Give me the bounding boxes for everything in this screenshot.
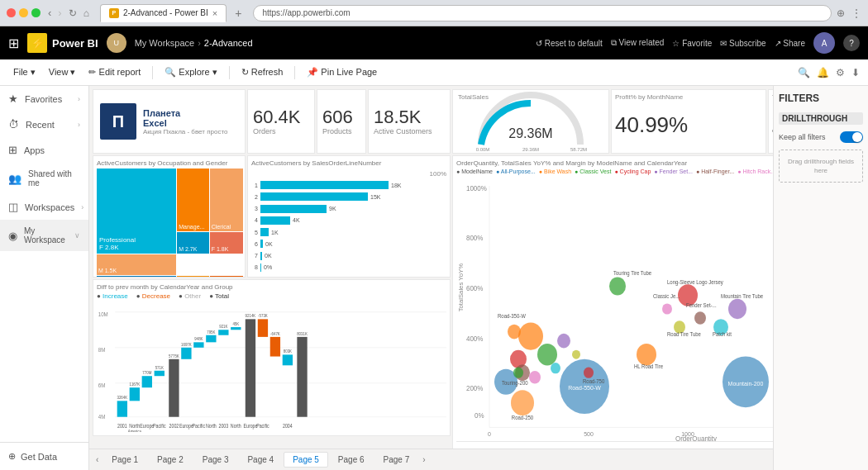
svg-rect-91 (246, 319, 255, 416)
forward-btn[interactable]: › (55, 7, 64, 19)
bar-row-7: 7 0K (251, 252, 446, 260)
sidebar-item-recent[interactable]: ⏱ Recent › (0, 112, 88, 137)
svg-text:Fender Set-...: Fender Set-... (686, 302, 717, 308)
myworkspace-icon: ◉ (8, 230, 17, 242)
extensions-btn[interactable]: ⊕ (837, 7, 845, 19)
recent-arrow: › (78, 121, 80, 129)
download-btn[interactable]: ⬇ (851, 67, 860, 78)
dashboard-grid: П Планета Excel Акция Пхакла - бвет прос… (89, 86, 773, 449)
sidebar-item-myworkspace[interactable]: ◉ My Workspace ∨ (0, 220, 88, 251)
tm-f14: F 1.4K (210, 276, 243, 278)
next-page-btn[interactable]: › (419, 455, 428, 464)
active-tab[interactable]: P 2-Advanced - Power BI × (100, 4, 227, 22)
myworkspace-arrow: ∨ (74, 231, 80, 240)
svg-text:571K: 571K (155, 365, 165, 369)
search-btn[interactable]: 🔍 (798, 67, 810, 78)
get-data-icon: ⊕ (8, 451, 16, 462)
browser-actions: ⊕ ⋮ (837, 7, 861, 19)
svg-text:948K: 948K (194, 337, 203, 341)
drillthrough-title: DRILLTHROUGH (779, 112, 863, 125)
view-related-btn[interactable]: ⧉ View related (611, 38, 665, 48)
svg-text:Long-Sleeve Logo Jersey: Long-Sleeve Logo Jersey (667, 279, 724, 286)
menu-refresh[interactable]: ↻ Refresh (236, 65, 289, 79)
user-avatar[interactable]: A (813, 32, 835, 54)
user-workspace-avatar[interactable]: U (107, 33, 126, 53)
svg-rect-99 (297, 337, 307, 417)
notifications-btn[interactable]: 🔔 (817, 67, 829, 78)
menu-edit-report[interactable]: ✏ Edit report (83, 65, 145, 79)
menu-explore[interactable]: 🔍 Explore ▾ (160, 65, 222, 79)
profit-card: Profit% by MonthName 40.99% (611, 89, 766, 154)
share-btn[interactable]: ↗ Share (775, 39, 805, 48)
help-btn[interactable]: ? (843, 35, 860, 51)
sidebar-item-shared[interactable]: 👥 Shared with me (0, 163, 88, 194)
tab-page6[interactable]: Page 6 (329, 452, 374, 468)
reset-default-btn[interactable]: ↺ Reset to default (536, 39, 603, 48)
svg-text:8M: 8M (98, 347, 106, 354)
home-btn[interactable]: ⌂ (81, 7, 92, 19)
scatter-legend: ● ModelName ● All-Purpose... ● Bike Wash… (456, 169, 773, 175)
workspaces-arrow: › (81, 203, 83, 211)
subscribe-btn[interactable]: ✉ Subscribe (720, 39, 765, 48)
svg-text:58.72M: 58.72M (570, 147, 587, 152)
drillthrough-section: DRILLTHROUGH Keep all filters Drag drill… (779, 112, 863, 183)
menu-file[interactable]: File ▾ (8, 65, 41, 79)
main-area: ★ Favorites › ⏱ Recent › ⊞ Apps 👥 Shared… (0, 86, 868, 470)
products-card: 606 Products (317, 89, 366, 154)
breadcrumb-workspace[interactable]: My Workspace (135, 38, 195, 48)
reload-btn[interactable]: ↻ (66, 7, 79, 19)
menu-view[interactable]: View ▾ (44, 65, 81, 79)
page-tabs-bar: ‹ Page 1 Page 2 Page 3 Page 4 Page 5 Pag… (89, 449, 773, 470)
sales-goal-title: TotalSales and SalesGoal by M... (772, 93, 773, 101)
svg-text:2004: 2004 (283, 423, 293, 429)
svg-point-25 (508, 325, 521, 339)
menu-pin-live[interactable]: 📌 Pin Live Page (302, 65, 382, 79)
sidebar-item-apps[interactable]: ⊞ Apps (0, 137, 88, 163)
tm-clerical: Clerical (210, 169, 243, 231)
sidebar-item-favorites[interactable]: ★ Favorites › (0, 86, 88, 112)
bar-chart-rows: 1 18K 2 15K 3 (251, 179, 446, 273)
tab-page5[interactable]: Page 5 (284, 452, 328, 468)
svg-point-33 (694, 311, 706, 324)
bar-row-5: 5 1K (251, 228, 446, 236)
tm-f18: F 1.8K (210, 232, 243, 253)
bar-row-1: 1 18K (251, 181, 446, 189)
tab-page1[interactable]: Page 1 (103, 452, 147, 468)
bar-row-2: 2 15K (251, 192, 446, 201)
svg-text:1000: 1000 (681, 430, 694, 438)
svg-point-17 (537, 344, 557, 365)
waterfall-legend: ● Increase ● Decrease ● Other ● Total (97, 292, 446, 300)
svg-text:4M: 4M (98, 413, 106, 420)
waffle-icon[interactable]: ⊞ (8, 36, 19, 51)
tab-page2[interactable]: Page 2 (148, 452, 193, 468)
prev-page-btn[interactable]: ‹ (93, 455, 102, 464)
sidebar-item-workspaces[interactable]: ◫ Workspaces › (0, 194, 88, 220)
svg-point-27 (609, 277, 626, 295)
url-bar[interactable]: https://app.powerbi.com (253, 5, 832, 21)
settings-icon[interactable]: ⚙ (836, 67, 845, 78)
tab-page4[interactable]: Page 4 (238, 452, 283, 468)
svg-text:2001: 2001 (117, 423, 127, 429)
tab-page3[interactable]: Page 3 (193, 452, 238, 468)
svg-point-53 (511, 390, 534, 415)
bar-chart-card: ActiveCustomers by SalesOrderLineNumber … (247, 155, 451, 278)
logo-card: П Планета Excel Акция Пхакла - бвет прос… (93, 89, 246, 154)
tab-close[interactable]: × (212, 8, 217, 18)
tab-page7[interactable]: Page 7 (374, 452, 419, 468)
bar-row-6: 6 0K (251, 240, 446, 248)
svg-text:1167K: 1167K (129, 382, 140, 387)
svg-text:Touring-200: Touring-200 (502, 379, 528, 386)
favorite-btn[interactable]: ☆ Favorite (672, 39, 712, 48)
active-customers-label: Active Customers (374, 127, 445, 135)
get-data-btn[interactable]: ⊕ Get Data (0, 442, 88, 470)
back-btn[interactable]: ‹ (45, 7, 54, 19)
menubar: File ▾ View ▾ ✏ Edit report 🔍 Explore ▾ … (0, 59, 868, 86)
topbar: ⊞ ⚡ Power BI U My Workspace › 2-Advanced… (0, 26, 868, 59)
svg-text:2003: 2003 (218, 423, 228, 429)
new-tab-btn[interactable]: + (228, 4, 248, 22)
sales-goal-value: 3.06M (772, 104, 773, 127)
settings-btn[interactable]: ⋮ (851, 7, 861, 19)
svg-rect-97 (283, 354, 293, 365)
keep-filters-toggle[interactable] (840, 131, 863, 143)
keep-filters-row: Keep all filters (779, 131, 863, 143)
